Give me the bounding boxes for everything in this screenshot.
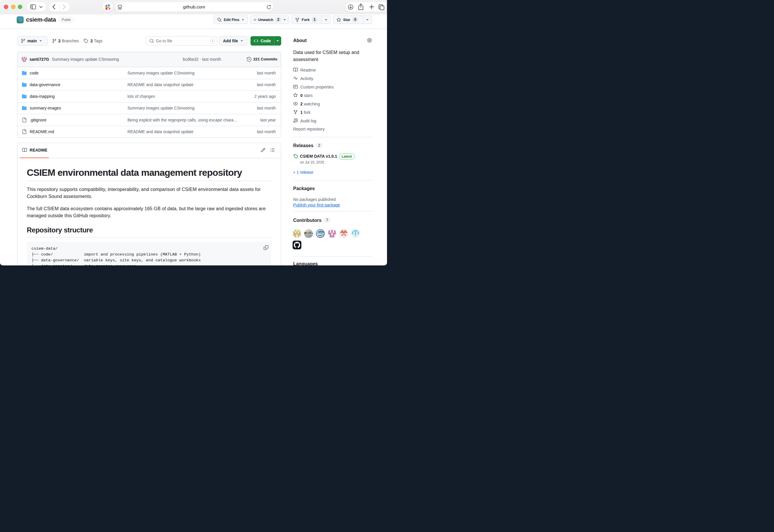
svg-text:AED: AED (317, 232, 324, 236)
